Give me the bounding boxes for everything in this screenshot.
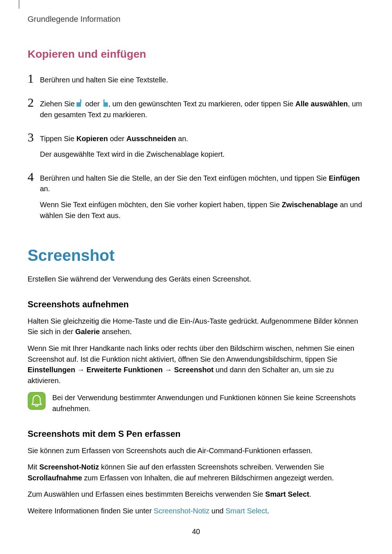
bold-text: Galerie [75, 328, 100, 336]
bold-text: Kopieren [76, 135, 108, 143]
step-number: 4 [28, 171, 40, 221]
paragraph: Zum Auswählen und Erfassen eines bestimm… [28, 489, 369, 500]
step-body: Berühren und halten Sie eine Textstelle. [40, 73, 369, 86]
text-frag: Ziehen Sie [40, 100, 77, 108]
page-content: Grundlegende Information Kopieren und ei… [28, 15, 369, 522]
text-frag: Zum Auswählen und Erfassen eines bestimm… [28, 490, 265, 498]
step-text: Berühren und halten Sie die Stelle, an d… [40, 173, 369, 194]
text-frag: oder [83, 100, 102, 108]
text-frag: zum Erfassen von Inhalten, die auf mehre… [82, 474, 334, 482]
bold-text: Screenshot [174, 366, 213, 374]
note-block: Bei der Verwendung bestimmter Anwendunge… [28, 392, 369, 414]
selection-handle-left-icon [77, 99, 83, 110]
step-number: 2 [28, 97, 40, 120]
paragraph: Halten Sie gleichzeitig die Home-Taste u… [28, 316, 369, 337]
step-1: 1 Berühren und halten Sie eine Textstell… [28, 73, 369, 86]
svg-rect-3 [103, 102, 108, 107]
section-title-screenshot: Screenshot [28, 246, 369, 264]
text-frag: können Sie auf den erfassten Screenshots… [99, 463, 324, 471]
bold-text: Scrollaufnahme [28, 474, 82, 482]
text-frag: an. [40, 185, 50, 193]
text-frag: . [267, 507, 269, 515]
step-body: Berühren und halten Sie die Stelle, an d… [40, 171, 369, 221]
step-number: 3 [28, 131, 40, 160]
step-body: Tippen Sie Kopieren oder Ausschneiden an… [40, 131, 369, 160]
arrow-icon: → [75, 366, 86, 374]
step-2: 2 Ziehen Sie oder , um den gewünschten T… [28, 97, 369, 120]
selection-handle-right-icon [102, 99, 108, 110]
step-subtext: Der ausgewählte Text wird in die Zwische… [40, 149, 369, 160]
paragraph: Mit Screenshot-Notiz können Sie auf den … [28, 462, 369, 483]
section-title-copy-paste: Kopieren und einfügen [28, 48, 369, 60]
bold-text: Ausschneiden [126, 135, 176, 143]
step-text: Tippen Sie Kopieren oder Ausschneiden an… [40, 134, 369, 144]
text-frag: Mit [28, 463, 39, 471]
text-frag: Wenn Sie Text einfügen möchten, den Sie … [40, 201, 282, 209]
svg-rect-1 [80, 99, 81, 103]
intro-text: Erstellen Sie während der Verwendung des… [28, 274, 369, 285]
arrow-icon: → [163, 366, 174, 374]
bold-text: Erweiterte Funktionen [86, 366, 163, 374]
bold-text: Einstellungen [28, 366, 75, 374]
text-frag: Berühren und halten Sie die Stelle, an d… [40, 174, 329, 182]
text-frag: Wenn Sie mit Ihrer Handkante nach links … [28, 344, 354, 363]
left-margin-rule [19, 0, 19, 9]
running-header: Grundlegende Information [28, 15, 369, 24]
text-frag: ansehen. [100, 328, 132, 336]
link-screenshot-notiz[interactable]: Screenshot-Notiz [154, 507, 209, 515]
step-number: 1 [28, 73, 40, 86]
text-frag: an. [176, 135, 188, 143]
subsection-title-aufnehmen: Screenshots aufnehmen [28, 299, 369, 309]
text-frag: oder [108, 135, 126, 143]
bold-text: Alle auswählen [295, 100, 348, 108]
step-3: 3 Tippen Sie Kopieren oder Ausschneiden … [28, 131, 369, 160]
text-frag: , um den gewünschten Text zu markieren, … [108, 100, 295, 108]
note-text: Bei der Verwendung bestimmter Anwendunge… [52, 392, 369, 414]
text-frag: Weitere Informationen finden Sie unter [28, 507, 154, 515]
link-smart-select[interactable]: Smart Select [226, 507, 267, 515]
paragraph: Wenn Sie mit Ihrer Handkante nach links … [28, 343, 369, 386]
paragraph: Sie können zum Erfassen von Screenshots … [28, 446, 369, 456]
note-bell-icon [28, 392, 46, 410]
numbered-list: 1 Berühren und halten Sie eine Textstell… [28, 73, 369, 221]
bold-text: Zwischenablage [282, 201, 338, 209]
bold-text: Screenshot-Notiz [39, 463, 99, 471]
step-body: Ziehen Sie oder , um den gewünschten Tex… [40, 97, 369, 120]
step-text: Berühren und halten Sie eine Textstelle. [40, 75, 369, 86]
subsection-title-spen: Screenshots mit dem S Pen erfassen [28, 429, 369, 439]
bold-text: Smart Select [265, 490, 309, 498]
step-4: 4 Berühren und halten Sie die Stelle, an… [28, 171, 369, 221]
step-text: Ziehen Sie oder , um den gewünschten Tex… [40, 99, 369, 120]
paragraph: Weitere Informationen finden Sie unter S… [28, 506, 369, 517]
text-frag: Tippen Sie [40, 135, 76, 143]
bold-text: Einfügen [329, 174, 360, 182]
text-frag: und [209, 507, 225, 515]
svg-rect-4 [28, 392, 45, 410]
text-frag: . [309, 490, 311, 498]
step-subtext: Wenn Sie Text einfügen möchten, den Sie … [40, 200, 369, 221]
page-number: 40 [0, 528, 392, 536]
